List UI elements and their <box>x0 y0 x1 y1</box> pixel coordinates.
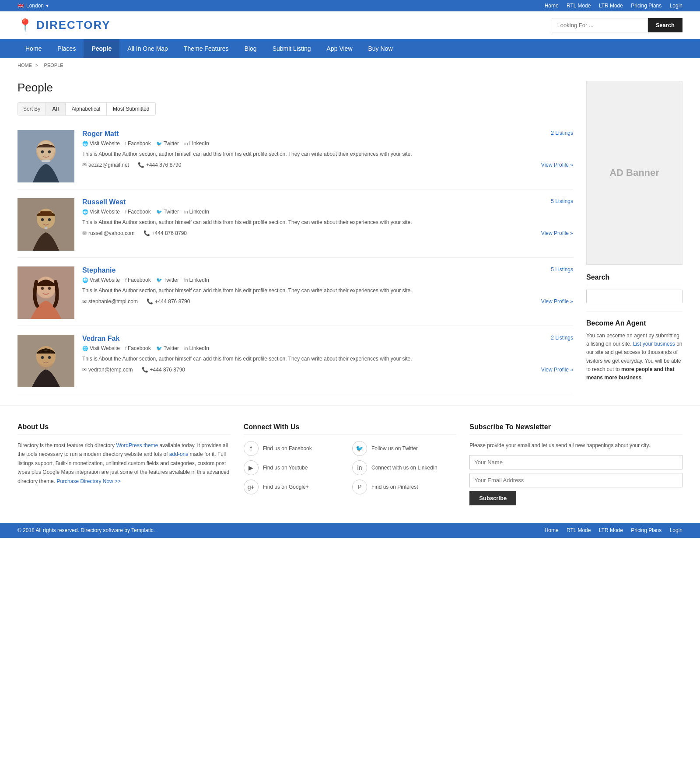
person-name-roger[interactable]: Roger Matt <box>82 130 119 138</box>
nav-item-theme[interactable]: Theme Features <box>176 39 237 58</box>
svg-point-22 <box>48 356 51 359</box>
nav-item-blog[interactable]: Blog <box>237 39 265 58</box>
facebook-link-russell[interactable]: f Facebook <box>125 209 151 215</box>
twitter-link-roger[interactable]: 🐦 Twitter <box>156 140 179 147</box>
subscribe-button[interactable]: Subscribe <box>469 491 516 505</box>
top-nav: Home RTL Mode LTR Mode Pricing Plans Log… <box>538 3 682 9</box>
footer-about-text: Directory is the most feature rich direc… <box>18 441 231 486</box>
footer-about-title: About Us <box>18 423 231 435</box>
sidebar-search-title: Search <box>586 273 682 285</box>
addons-link[interactable]: add-ons <box>169 451 188 457</box>
newsletter-email-input[interactable] <box>469 473 682 487</box>
social-googleplus-label: Find us on Google+ <box>263 484 309 490</box>
social-linkedin-label: Connect with us on LinkedIn <box>371 465 438 471</box>
social-pinterest[interactable]: P Find us on Pinterest <box>352 480 456 494</box>
linkedin-icon: in <box>184 277 188 283</box>
svg-point-10 <box>41 218 44 221</box>
twitter-link-stephanie[interactable]: 🐦 Twitter <box>156 277 179 283</box>
website-link-vedran[interactable]: 🌐 Visit Website <box>82 345 120 351</box>
svg-point-4 <box>41 151 44 154</box>
social-googleplus[interactable]: g+ Find us on Google+ <box>244 480 348 494</box>
nav-item-submit[interactable]: Submit Listing <box>265 39 319 58</box>
sidebar-search-input[interactable] <box>586 290 682 303</box>
person-name-russell[interactable]: Russell West <box>82 198 126 206</box>
top-nav-ltr[interactable]: LTR Mode <box>599 3 623 9</box>
avatar-russell <box>18 198 74 251</box>
linkedin-circle-icon: in <box>352 460 367 475</box>
location-selector[interactable]: 🇬🇧 London ▾ <box>18 3 49 9</box>
social-twitter[interactable]: 🐦 Follow us on Twitter <box>352 441 456 456</box>
sort-alphabetical[interactable]: Alphabetical <box>66 103 107 115</box>
website-link-stephanie[interactable]: 🌐 Visit Website <box>82 277 120 283</box>
social-grid: f Find us on Facebook 🐦 Follow us on Twi… <box>244 441 457 494</box>
social-pinterest-label: Find us on Pinterest <box>371 484 418 490</box>
bottom-nav-ltr[interactable]: LTR Mode <box>599 527 623 533</box>
person-links-roger: 🌐 Visit Website f Facebook 🐦 Twitter in … <box>82 140 573 147</box>
bottom-nav-pricing[interactable]: Pricing Plans <box>631 527 662 533</box>
sort-most-submitted[interactable]: Most Submitted <box>107 103 155 115</box>
chevron-down-icon: ▾ <box>46 3 49 9</box>
svg-rect-12 <box>40 211 52 215</box>
view-profile-russell[interactable]: View Profile » <box>541 230 573 236</box>
facebook-link-vedran[interactable]: f Facebook <box>125 345 151 351</box>
linkedin-link-stephanie[interactable]: in LinkedIn <box>184 277 209 283</box>
bottom-nav-login[interactable]: Login <box>670 527 682 533</box>
newsletter-name-input[interactable] <box>469 455 682 469</box>
list-your-business-link[interactable]: List your business <box>633 341 675 347</box>
view-profile-stephanie[interactable]: View Profile » <box>541 298 573 305</box>
footer: About Us Directory is the most feature r… <box>0 405 700 523</box>
top-nav-login[interactable]: Login <box>670 3 682 9</box>
social-linkedin[interactable]: in Connect with us on LinkedIn <box>352 460 456 475</box>
nav-item-people[interactable]: People <box>84 39 119 58</box>
header-search: Search <box>552 18 682 32</box>
website-link-roger[interactable]: 🌐 Visit Website <box>82 140 120 147</box>
nav-item-allinone[interactable]: All In One Map <box>119 39 176 58</box>
footer-connect: Connect With Us f Find us on Facebook 🐦 … <box>244 423 457 505</box>
person-header-stephanie: Stephanie 5 Listings <box>82 266 573 274</box>
linkedin-link-roger[interactable]: in LinkedIn <box>184 140 209 147</box>
search-input[interactable] <box>552 18 648 32</box>
sort-label: Sort By <box>18 103 46 115</box>
footer-newsletter-title: Subscribe To Newsletter <box>469 423 682 435</box>
listings-count-russell: 5 Listings <box>551 198 573 204</box>
nav-item-buynow[interactable]: Buy Now <box>360 39 401 58</box>
logo-text: DIRECTORY <box>36 18 111 32</box>
linkedin-link-vedran[interactable]: in LinkedIn <box>184 345 209 351</box>
bottom-nav-home[interactable]: Home <box>545 527 559 533</box>
person-card-russell: Russell West 5 Listings 🌐 Visit Website … <box>18 192 573 258</box>
linkedin-link-russell[interactable]: in LinkedIn <box>184 209 209 215</box>
person-contact-roger: ✉ aezaz@gmail.net 📞 +444 876 8790 View P… <box>82 162 573 168</box>
nav-item-home[interactable]: Home <box>18 39 49 58</box>
twitter-circle-icon: 🐦 <box>352 441 367 456</box>
globe-icon: 🌐 <box>82 277 88 283</box>
purchase-link[interactable]: Purchase Directory Now >> <box>56 478 121 484</box>
twitter-link-vedran[interactable]: 🐦 Twitter <box>156 345 179 351</box>
view-profile-roger[interactable]: View Profile » <box>541 162 573 168</box>
social-facebook[interactable]: f Find us on Facebook <box>244 441 348 456</box>
twitter-link-russell[interactable]: 🐦 Twitter <box>156 209 179 215</box>
person-name-stephanie[interactable]: Stephanie <box>82 266 116 274</box>
website-link-russell[interactable]: 🌐 Visit Website <box>82 209 120 215</box>
breadcrumb-home[interactable]: HOME <box>18 63 32 68</box>
top-nav-home[interactable]: Home <box>545 3 559 9</box>
facebook-link-roger[interactable]: f Facebook <box>125 140 151 147</box>
sort-all[interactable]: All <box>46 103 65 115</box>
person-name-vedran[interactable]: Vedran Fak <box>82 335 119 343</box>
nav-item-places[interactable]: Places <box>49 39 84 58</box>
social-facebook-label: Find us on Facebook <box>263 445 312 452</box>
top-nav-rtl[interactable]: RTL Mode <box>567 3 591 9</box>
phone-roger: 📞 +444 876 8790 <box>138 162 181 168</box>
facebook-link-stephanie[interactable]: f Facebook <box>125 277 151 283</box>
search-button[interactable]: Search <box>648 18 682 32</box>
nav-item-appview[interactable]: App View <box>319 39 360 58</box>
bottom-nav-rtl[interactable]: RTL Mode <box>567 527 591 533</box>
top-nav-pricing[interactable]: Pricing Plans <box>631 3 662 9</box>
person-links-russell: 🌐 Visit Website f Facebook 🐦 Twitter in … <box>82 209 573 215</box>
svg-point-11 <box>48 218 51 221</box>
person-info-russell: Russell West 5 Listings 🌐 Visit Website … <box>82 198 573 251</box>
wordpress-theme-link[interactable]: WordPress theme <box>116 442 158 448</box>
sidebar: AD Banner Search Become An Agent You can… <box>586 81 682 396</box>
view-profile-vedran[interactable]: View Profile » <box>541 367 573 373</box>
social-youtube[interactable]: ▶ Find us on Youtube <box>244 460 348 475</box>
twitter-icon: 🐦 <box>156 209 162 215</box>
